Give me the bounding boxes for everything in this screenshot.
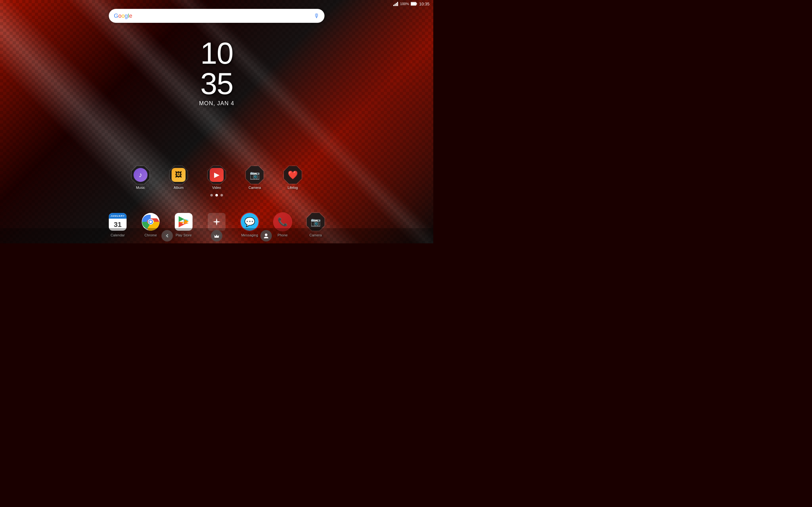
status-time: 10:35: [419, 2, 429, 6]
nav-bar: [0, 228, 433, 243]
app-album[interactable]: 🖼 Album: [169, 165, 188, 189]
recents-button[interactable]: [260, 230, 272, 241]
svg-point-7: [149, 221, 152, 223]
clock-hours: 10: [199, 38, 234, 68]
video-icon: ▶: [214, 171, 219, 179]
google-logo: Google: [114, 13, 132, 19]
clock-widget: 10 35 MON, JAN 4: [199, 38, 234, 107]
camera-middle-label: Camera: [248, 186, 261, 189]
mic-icon[interactable]: 🎙: [314, 13, 319, 19]
battery-icon: [411, 2, 417, 6]
svg-point-21: [265, 233, 267, 236]
search-bar[interactable]: Google 🎙: [109, 9, 324, 23]
page-dot-3[interactable]: [220, 194, 223, 196]
album-label: Album: [173, 186, 183, 189]
camera-icon: 📷: [250, 170, 260, 180]
svg-rect-1: [416, 3, 417, 5]
music-label: Music: [136, 186, 145, 189]
clock-display: 10 35: [199, 38, 234, 99]
clock-minutes: 35: [199, 68, 234, 99]
camera-dock-icon: 📷: [310, 217, 321, 227]
apps-grid-icon: [212, 217, 222, 227]
app-lifelog[interactable]: ❤️ Lifelog: [283, 165, 302, 189]
svg-point-19: [165, 233, 169, 238]
back-button[interactable]: [161, 230, 173, 241]
status-bar: 100% 10:35: [0, 0, 433, 8]
album-icon: 🖼: [175, 171, 182, 179]
signal-icon: [393, 2, 398, 6]
app-music[interactable]: ♪ Music: [131, 165, 150, 189]
page-dot-2[interactable]: [215, 194, 218, 196]
apps-row-middle: ♪ Music 🖼 Album ▶ Video: [0, 165, 433, 189]
svg-rect-20: [214, 237, 219, 238]
lifelog-label: Lifelog: [288, 186, 298, 189]
video-label: Video: [212, 186, 221, 189]
lifelog-icon: ❤️: [288, 170, 298, 180]
app-video[interactable]: ▶ Video: [207, 165, 226, 189]
app-camera-middle[interactable]: 📷 Camera: [245, 165, 264, 189]
battery-percent: 100%: [400, 2, 409, 6]
svg-point-18: [216, 221, 217, 223]
playstore-svg-icon: [177, 216, 190, 228]
person-icon: [263, 233, 269, 239]
calendar-month-header: JANUARY: [109, 213, 126, 219]
clock-date: MON, JAN 4: [199, 100, 234, 107]
svg-rect-2: [411, 3, 416, 5]
page-dots: [210, 194, 223, 196]
crown-icon: [213, 233, 220, 239]
page-dot-1[interactable]: [210, 194, 213, 196]
music-icon: ♪: [139, 171, 142, 179]
home-button[interactable]: [211, 230, 222, 241]
